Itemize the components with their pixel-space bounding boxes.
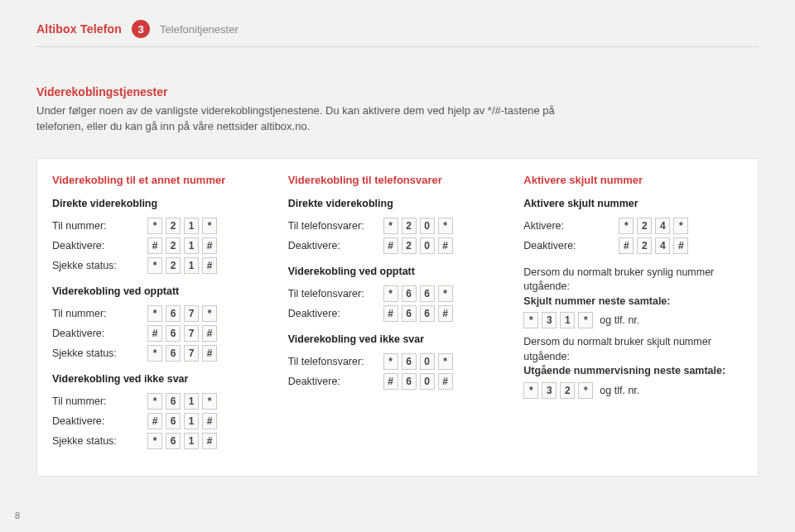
key-sequence: #24# [619, 237, 688, 254]
code-row: Til nummer:*61* [52, 393, 272, 410]
key-cap: 0 [420, 218, 435, 234]
key-cap: 1 [184, 413, 199, 429]
row-label: Til telefonsvarer: [288, 288, 383, 300]
col2-g2-head: Viderekobling ved opptatt [288, 266, 508, 277]
key-cap: * [147, 393, 162, 410]
key-sequence: *66* [383, 285, 453, 302]
col-forward-voicemail: Viderekobling til telefonsvarer Direkte … [288, 174, 508, 461]
row-label: Til nummer: [52, 308, 147, 319]
key-cap: # [202, 325, 217, 342]
row-label: Sjekke status: [52, 435, 147, 447]
rows-container: Til nummer:*67*Deaktivere:#67#Sjekke sta… [52, 305, 272, 362]
key-cap: * [578, 312, 593, 328]
row-label: Deaktivere: [52, 328, 147, 339]
key-cap: * [523, 312, 538, 328]
key-cap: * [147, 257, 162, 274]
key-cap: 3 [542, 312, 556, 328]
key-cap: # [147, 325, 162, 342]
col-forward-number: Viderekobling til et annet nummer Direkt… [52, 174, 272, 461]
note1-em: Skjult nummer neste samtale: [523, 295, 743, 309]
col2-title: Viderekobling til telefonsvarer [288, 174, 508, 186]
key-cap: * [578, 382, 593, 399]
note2-suffix: og tlf. nr. [600, 385, 639, 396]
key-cap: 6 [166, 345, 181, 362]
col3-title: Aktivere skjult nummer [523, 174, 743, 186]
key-cap: 3 [542, 382, 556, 399]
col1-title: Viderekobling til et annet nummer [52, 174, 272, 186]
key-sequence: #61# [147, 413, 217, 429]
code-row: Deaktivere:#61# [52, 413, 272, 429]
key-cap: 6 [166, 305, 181, 322]
col1-group-busy: Viderekobling ved opptatt Til nummer:*67… [52, 285, 272, 362]
section-number-badge: 3 [132, 20, 150, 38]
code-row: Deaktivere:#66# [288, 305, 508, 322]
code-row: Deaktivere:#24# [523, 237, 743, 254]
code-row: Til nummer:*21* [52, 218, 272, 234]
key-cap: 2 [166, 218, 181, 234]
key-cap: * [438, 353, 453, 370]
key-sequence: #21# [147, 237, 217, 254]
rows-container: Til telefonsvarer:*66*Deaktivere:#66# [288, 285, 508, 322]
row-label: Deaktivere: [523, 240, 619, 252]
key-cap: # [147, 413, 162, 429]
rows-container: Til nummer:*21*Deaktivere:#21#Sjekke sta… [52, 218, 272, 274]
row-label: Aktivere: [523, 220, 619, 232]
key-cap: * [523, 382, 538, 399]
code-row: Deaktivere:#20# [288, 237, 508, 254]
rows-container: Til telefonsvarer:*20*Deaktivere:#20# [288, 218, 508, 254]
key-sequence: *24* [619, 218, 688, 234]
brand-label: Altibox Telefon [36, 22, 122, 36]
key-cap: * [438, 285, 453, 302]
col2-group-direct: Direkte viderekobling Til telefonsvarer:… [288, 198, 508, 254]
section-name: Telefonitjenester [160, 23, 238, 36]
key-cap: 6 [402, 373, 417, 390]
page-header: Altibox Telefon 3 Telefonitjenester [36, 20, 759, 38]
code-row: Deaktivere:#60# [288, 373, 508, 390]
col-hidden-number: Aktivere skjult nummer Aktivere skjult n… [523, 174, 743, 461]
key-sequence: *67# [147, 345, 217, 362]
key-sequence: *67* [147, 305, 217, 322]
col1-g2-head: Viderekobling ved opptatt [52, 285, 272, 297]
key-cap: # [438, 373, 453, 390]
intro-title: Viderekoblingstjenester [36, 85, 759, 98]
col2-g3-head: Viderekobling ved ikke svar [288, 333, 508, 345]
row-label: Sjekke status: [52, 260, 147, 271]
key-sequence: *61* [147, 393, 217, 410]
key-cap: # [383, 237, 398, 254]
col3-g1-head: Aktivere skjult nummer [523, 198, 743, 209]
key-cap: # [438, 237, 453, 254]
key-cap: 1 [184, 237, 199, 254]
key-cap: 2 [402, 237, 417, 254]
key-sequence: *21# [147, 257, 217, 274]
key-cap: * [438, 218, 453, 234]
col3-note1: Dersom du normalt bruker synlig nummer u… [523, 266, 743, 309]
row-label: Til nummer: [52, 395, 147, 407]
key-cap: * [147, 345, 162, 362]
key-cap: 0 [420, 353, 435, 370]
key-cap: 4 [655, 237, 670, 254]
col3-note2: Dersom du normalt bruker skjult nummer u… [523, 335, 743, 379]
key-cap: 6 [420, 285, 435, 302]
row-label: Deaktivere: [52, 240, 147, 252]
key-cap: 6 [166, 413, 181, 429]
rows-container: Til telefonsvarer:*60*Deaktivere:#60# [288, 353, 508, 390]
note1-pre: Dersom du normalt bruker synlig nummer u… [523, 266, 714, 293]
header-divider [36, 46, 759, 47]
key-cap: 0 [420, 237, 435, 254]
note1-suffix: og tlf. nr. [600, 314, 639, 326]
key-cap: # [202, 413, 217, 429]
key-sequence: #66# [383, 305, 453, 322]
key-cap: * [147, 218, 162, 234]
key-cap: 6 [166, 433, 181, 449]
key-cap: * [147, 305, 162, 322]
key-cap: * [202, 218, 217, 234]
note2-em: Utgående nummervisning neste samtale: [523, 364, 743, 379]
key-cap: # [619, 237, 634, 254]
row-label: Til nummer: [52, 220, 147, 232]
key-cap: 1 [184, 218, 199, 234]
key-cap: * [383, 285, 398, 302]
row-label: Deaktivere: [288, 308, 383, 319]
key-cap: 7 [184, 305, 199, 322]
row-label: Til telefonsvarer: [288, 356, 383, 367]
col1-group-noanswer: Viderekobling ved ikke svar Til nummer:*… [52, 373, 272, 449]
